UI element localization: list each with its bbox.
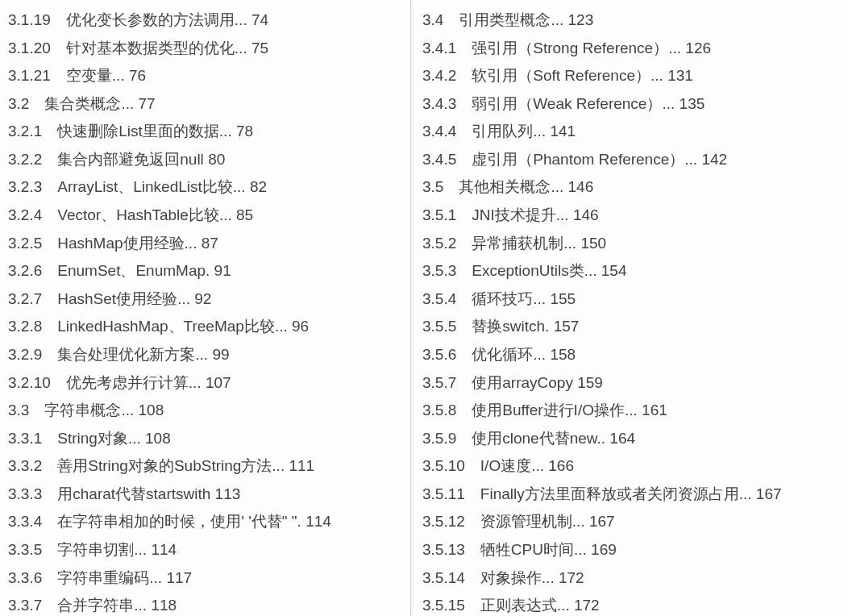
toc-entry-page: 75	[251, 35, 268, 63]
toc-entry-page: 172	[574, 592, 600, 616]
toc-entry[interactable]: 3.5 其他相关概念... 146	[422, 173, 840, 202]
toc-entry-number: 3.4.3	[422, 90, 456, 119]
toc-entry-page: 158	[550, 341, 576, 369]
toc-entry[interactable]: 3.5.15 正则表达式... 172	[422, 592, 840, 616]
toc-entry[interactable]: 3.5.9 使用clone代替new.. 164	[422, 425, 840, 453]
toc-entry[interactable]: 3.2.1 快速删除List里面的数据... 78	[8, 118, 402, 146]
toc-entry[interactable]: 3.3.6 字符串重编码... 117	[8, 564, 402, 593]
toc-entry-page: 96	[292, 313, 309, 341]
toc-entry-page: 77	[139, 90, 156, 119]
toc-entry-page: 142	[701, 146, 727, 174]
toc-entry[interactable]: 3.5.10 I/O速度... 166	[422, 452, 840, 481]
toc-entry[interactable]: 3.2 集合类概念... 77	[8, 90, 402, 119]
toc-entry[interactable]: 3.2.3 ArrayList、LinkedList比较... 82	[8, 173, 402, 202]
toc-entry-title: 空变量...	[66, 62, 125, 90]
toc-entry[interactable]: 3.5.13 牺牲CPU时间... 169	[422, 536, 840, 564]
toc-entry[interactable]: 3.3.1 String对象... 108	[8, 425, 402, 453]
toc-entry[interactable]: 3.3.3 用charat代替startswith 113	[8, 481, 402, 509]
toc-entry-number: 3.4	[422, 6, 443, 35]
toc-entry-page: 85	[236, 202, 253, 230]
toc-entry-number: 3.5.9	[422, 425, 456, 453]
toc-entry-page: 146	[573, 202, 599, 230]
toc-entry[interactable]: 3.4.3 弱引用（Weak Reference）... 135	[422, 90, 840, 119]
toc-entry-title: 字符串切割...	[57, 536, 147, 564]
toc-entry-page: 126	[685, 35, 711, 63]
toc-entry-title: 使用Buffer进行I/O操作...	[472, 397, 638, 425]
toc-entry-page: 131	[667, 62, 693, 90]
toc-entry[interactable]: 3.5.1 JNI技术提升... 146	[422, 202, 840, 230]
toc-entry-title: 引用类型概念...	[459, 6, 563, 35]
toc-entry-number: 3.5.6	[422, 341, 456, 369]
toc-entry-title: 集合类概念...	[44, 90, 134, 119]
toc-entry-title: 虚引用（Phantom Reference）...	[472, 146, 697, 174]
toc-entry[interactable]: 3.3.7 合并字符串... 118	[8, 592, 402, 616]
toc-entry[interactable]: 3.3.4 在字符串相加的时候，使用' '代替" ". 114	[8, 508, 402, 536]
toc-entry[interactable]: 3.5.8 使用Buffer进行I/O操作... 161	[422, 397, 840, 425]
toc-entry-number: 3.2.2	[8, 146, 42, 174]
toc-entry-page: 74	[251, 6, 268, 35]
toc-entry-title: 对象操作...	[480, 564, 555, 593]
toc-entry[interactable]: 3.2.9 集合处理优化新方案... 99	[8, 341, 402, 369]
toc-entry[interactable]: 3.5.2 异常捕获机制... 150	[422, 230, 840, 258]
toc-entry-page: 150	[580, 230, 606, 258]
toc-entry-title: 针对基本数据类型的优化...	[66, 35, 247, 63]
toc-entry[interactable]: 3.2.5 HashMap使用经验... 87	[8, 230, 402, 258]
toc-entry[interactable]: 3.4.1 强引用（Strong Reference）... 126	[422, 35, 840, 63]
toc-entry[interactable]: 3.5.7 使用arrayCopy 159	[422, 369, 840, 397]
toc-entry-page: 154	[601, 257, 627, 285]
toc-entry-title: 集合内部避免返回null	[57, 146, 204, 174]
toc-entry-title: I/O速度...	[480, 452, 544, 481]
toc-entry-number: 3.2.6	[8, 257, 42, 285]
toc-entry-title: Vector、HashTable比较...	[57, 202, 231, 230]
toc-entry-title: 善用String对象的SubString方法...	[57, 452, 285, 481]
toc-entry[interactable]: 3.5.3 ExceptionUtils类... 154	[422, 257, 840, 285]
toc-entry[interactable]: 3.4.5 虚引用（Phantom Reference）... 142	[422, 146, 840, 174]
toc-entry[interactable]: 3.4 引用类型概念... 123	[422, 6, 840, 35]
toc-entry-number: 3.2.8	[8, 313, 42, 341]
toc-entry-page: 78	[236, 118, 253, 146]
toc-entry[interactable]: 3.4.4 引用队列... 141	[422, 118, 840, 146]
toc-entry-number: 3.5.4	[422, 285, 456, 314]
toc-entry-page: 172	[559, 564, 584, 593]
toc-entry[interactable]: 3.5.14 对象操作... 172	[422, 564, 840, 593]
toc-entry-title: 资源管理机制...	[480, 508, 585, 536]
toc-entry-number: 3.3.6	[8, 564, 42, 593]
toc-entry-title: 循环技巧...	[472, 285, 546, 314]
toc-entry-page: 91	[214, 257, 231, 285]
toc-entry-page: 166	[548, 452, 574, 481]
toc-entry-page: 114	[306, 508, 331, 536]
toc-entry-number: 3.5.14	[422, 564, 465, 593]
toc-entry-number: 3.3.3	[8, 481, 42, 509]
toc-entry[interactable]: 3.1.20 针对基本数据类型的优化... 75	[8, 35, 402, 63]
toc-entry[interactable]: 3.2.6 EnumSet、EnumMap. 91	[8, 257, 402, 285]
toc-entry[interactable]: 3.5.4 循环技巧... 155	[422, 285, 840, 314]
toc-entry-title: ArrayList、LinkedList比较...	[57, 173, 245, 202]
toc-entry-title: 优先考虑并行计算...	[66, 369, 202, 397]
toc-entry-number: 3.5.13	[422, 536, 465, 564]
toc-entry-number: 3.3.4	[8, 508, 42, 536]
toc-entry-title: 正则表达式...	[480, 592, 570, 616]
toc-entry-number: 3.3	[8, 397, 29, 425]
toc-entry[interactable]: 3.2.7 HashSet使用经验... 92	[8, 285, 402, 314]
toc-entry[interactable]: 3.3.5 字符串切割... 114	[8, 536, 402, 564]
toc-entry-page: 117	[166, 564, 192, 593]
toc-entry-title: 用charat代替startswith	[57, 481, 210, 509]
toc-entry[interactable]: 3.5.5 替换switch. 157	[422, 313, 840, 341]
toc-entry[interactable]: 3.3 字符串概念... 108	[8, 397, 402, 425]
toc-entry[interactable]: 3.2.10 优先考虑并行计算... 107	[8, 369, 402, 397]
toc-entry[interactable]: 3.4.2 软引用（Soft Reference）... 131	[422, 62, 840, 90]
toc-entry[interactable]: 3.2.8 LinkedHashMap、TreeMap比较... 96	[8, 313, 402, 341]
toc-entry[interactable]: 3.2.4 Vector、HashTable比较... 85	[8, 202, 402, 230]
toc-entry[interactable]: 3.2.2 集合内部避免返回null 80	[8, 146, 402, 174]
toc-entry[interactable]: 3.5.12 资源管理机制... 167	[422, 508, 840, 536]
toc-entry[interactable]: 3.3.2 善用String对象的SubString方法... 111	[8, 452, 402, 481]
toc-entry[interactable]: 3.1.21 空变量... 76	[8, 62, 402, 90]
toc-entry-page: 123	[568, 6, 594, 35]
toc-entry[interactable]: 3.5.11 Finally方法里面释放或者关闭资源占用... 167	[422, 481, 840, 509]
toc-entry-page: 135	[680, 90, 705, 119]
toc-entry-title: 异常捕获机制...	[472, 230, 576, 258]
toc-entry-page: 159	[577, 369, 603, 397]
toc-entry[interactable]: 3.5.6 优化循环... 158	[422, 341, 840, 369]
toc-entry-page: 108	[145, 425, 171, 453]
toc-entry[interactable]: 3.1.19 优化变长参数的方法调用... 74	[8, 6, 402, 35]
